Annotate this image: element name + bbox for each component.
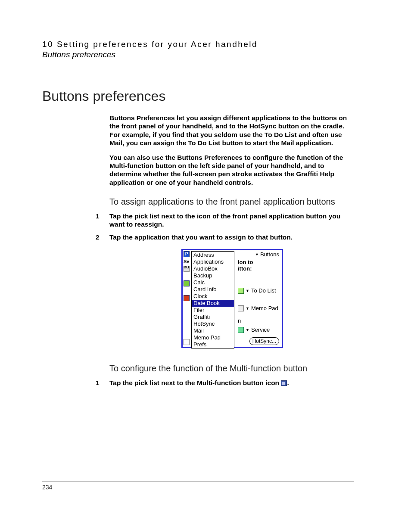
prefs-category-picker[interactable]: ▼ Buttons [255,251,279,258]
picker-label: To Do List [251,287,276,294]
hotsync-button[interactable]: HotSync... [249,337,279,345]
prefs-p-icon: P [184,251,190,257]
steps-list-2: 1 Tap the pick list next to the Multi-fu… [109,379,355,387]
step-number: 1 [96,212,109,229]
step-number: 2 [96,233,109,241]
step-text: Tap the pick list next to the icon of th… [109,212,355,229]
prefs-category-label: Buttons [260,251,279,258]
picklist-item-calc[interactable]: Calc [192,279,234,286]
picklist-item-datebook[interactable]: Date Book [192,300,234,307]
memopad-icon [238,305,244,311]
scroll-down-icon[interactable]: ↓ [231,343,234,348]
picklist-item-clock[interactable]: Clock [192,293,234,300]
obscured-text: itton: [238,265,281,272]
obscured-text: ion to [238,259,281,265]
intro-para-2: You can also use the Buttons Preferences… [109,153,355,187]
chevron-down-icon: ▼ [246,306,249,311]
page-heading: Buttons preferences [42,88,352,104]
step-number: 1 [96,379,109,387]
application-picklist[interactable]: Address Applications AudioBox Backup Cal… [191,251,234,348]
service-icon [238,327,244,333]
page-number: 234 [42,482,354,491]
step-1: 1 Tap the pick list next to the Multi-fu… [109,379,355,387]
picker-label: Service [251,327,270,333]
picklist-item-backup[interactable]: Backup [192,272,234,279]
running-subtitle: Buttons preferences [42,50,352,59]
step-1: 1 Tap the pick list next to the icon of … [109,212,355,229]
picker-label: Memo Pad [251,305,278,311]
picklist-item-memopad[interactable]: Memo Pad [192,334,234,341]
picklist-item-mail[interactable]: Mail [192,327,234,334]
picklist-item-graffiti[interactable]: Graffiti [192,314,234,320]
button-assign-memopad[interactable]: ▼ Memo Pad [238,305,281,311]
section-heading-multifunction: To configure the function of the Multi-f… [109,364,355,373]
chevron-down-icon: ▼ [246,328,249,332]
running-title: 10 Setting preferences for your Acer han… [42,40,352,49]
chevron-down-icon: ▼ [255,252,259,257]
header-rule [42,64,352,64]
obscured-text: Se cu [184,259,189,269]
picklist-item-hotsync[interactable]: HotSync [192,320,234,327]
picklist-item-address[interactable]: Address [192,252,234,258]
todolist-icon [238,288,244,294]
intro-para-1: Buttons Preferences let you assign diffe… [109,114,355,147]
picklist-item-applications[interactable]: Applications [192,258,234,265]
step-text: Tap the pick list next to the Multi-func… [109,379,355,387]
todo-icon [184,295,190,301]
picklist-item-prefs[interactable]: Prefs [192,341,234,348]
steps-list-1: 1 Tap the pick list next to the icon of … [109,212,355,241]
picklist-item-cardinfo[interactable]: Card Info [192,286,234,293]
button-assign-service[interactable]: ▼ Service [238,327,281,333]
picklist-item-audiobox[interactable]: AudioBox [192,265,234,272]
step-text: Tap the application that you want to ass… [109,233,355,241]
button-assign-todolist[interactable]: ▼ To Do List [238,287,281,294]
screenshot-buttons-prefs: ▼ Buttons P Se cu Address Applications [181,249,283,348]
obscured-text: n [238,317,281,324]
step-2: 2 Tap the application that you want to a… [109,233,355,241]
multifunction-button-icon [281,380,287,386]
address-icon [184,280,190,286]
chevron-down-icon: ▼ [246,289,249,293]
memo-icon [184,339,190,345]
section-heading-assign: To assign applications to the front pane… [109,197,355,207]
picklist-item-filer[interactable]: Filer [192,307,234,314]
